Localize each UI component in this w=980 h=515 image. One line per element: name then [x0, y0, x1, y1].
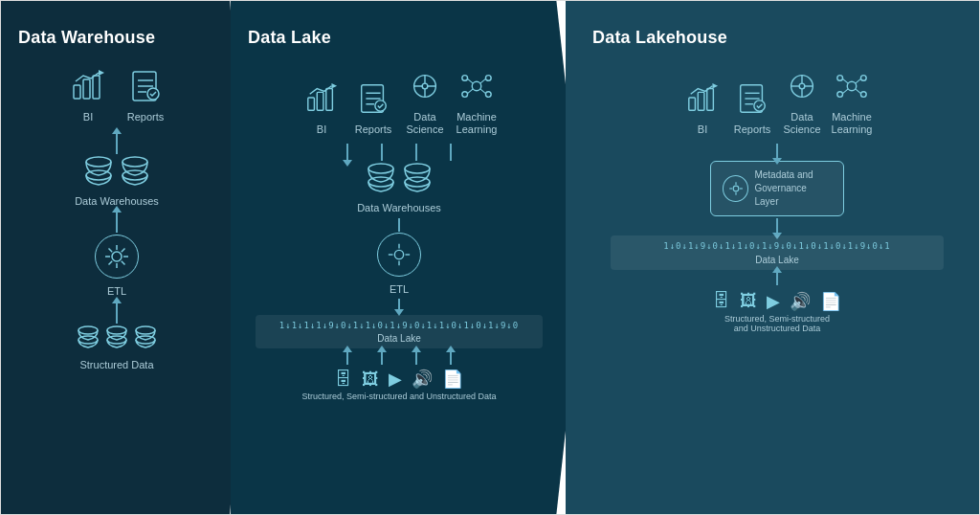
panel-warehouse: Data Warehouse BI: [1, 1, 250, 514]
svg-line-18: [109, 249, 113, 253]
lake-warehouses-label: Data Warehouses: [357, 202, 441, 214]
lake-ml-label: Machine Learning: [457, 111, 498, 136]
bi-label: BI: [83, 111, 93, 123]
lakehouse-wave-label: Data Lake: [614, 255, 939, 265]
svg-line-49: [480, 78, 486, 83]
lake-ml-item: Machine Learning: [456, 65, 498, 136]
lake-source-row: 🗄 🖼 ▶ 🔊 📄: [335, 369, 463, 390]
arrow-3: [116, 302, 118, 324]
svg-line-21: [109, 261, 113, 265]
svg-point-54: [405, 164, 430, 173]
lakehouse-wave-bits: 1↓0↓1↓9↓0↓1↓1↓0↓1↓9↓0↓1↓0↓1↓0↓1↓9↓0↓1: [614, 240, 939, 253]
lake-ml-icon: [456, 65, 498, 107]
db-icon-1: [84, 156, 113, 189]
lake-wave: 1↓1↓1↓1↓9↓0↓1↓1↓0↓1↓9↓0↓1↓1↓0↓1↓0↓1↓9↓0 …: [256, 315, 543, 349]
svg-point-45: [485, 76, 491, 81]
source-audio-icon: 🔊: [412, 369, 433, 390]
svg-point-77: [837, 76, 843, 81]
svg-point-13: [112, 252, 122, 261]
lakehouse-arrow-3: [776, 272, 778, 285]
reports-label: Reports: [127, 111, 165, 123]
main-container: Data Warehouse BI: [0, 0, 980, 515]
structured-data-label: Structured Data: [79, 359, 153, 371]
svg-point-46: [462, 92, 468, 98]
lakehouse-ml-icon: [831, 65, 873, 107]
lake-icon-row: BI Reports: [301, 65, 498, 136]
svg-line-50: [468, 89, 474, 94]
svg-line-51: [480, 89, 486, 94]
lakehouse-reports-icon: [731, 78, 773, 120]
svg-rect-63: [707, 89, 714, 111]
lh-source-image-icon: 🖼: [740, 291, 757, 311]
lake-line-1: [398, 218, 400, 232]
svg-point-52: [368, 164, 393, 173]
lake-warehouses-item: Data Warehouses: [357, 163, 441, 214]
lakehouse-ml-label: Machine Learning: [832, 111, 873, 136]
svg-point-38: [422, 83, 428, 89]
svg-rect-62: [698, 93, 704, 111]
lake-bi-icon: [301, 78, 343, 120]
svg-point-71: [799, 83, 805, 89]
lake-etl-item: ETL: [377, 233, 421, 296]
source-video-icon: ▶: [389, 369, 402, 390]
svg-line-19: [122, 261, 125, 265]
lake-wave-label: Data Lake: [259, 333, 539, 344]
svg-rect-2: [93, 76, 100, 99]
svg-marker-31: [331, 83, 337, 89]
lakehouse-reports-label: Reports: [734, 123, 771, 136]
lakehouse-wave: 1↓0↓1↓9↓0↓1↓1↓0↓1↓9↓0↓1↓0↓1↓0↓1↓9↓0↓1 Da…: [611, 235, 943, 270]
svg-rect-0: [74, 85, 80, 99]
reports-icon-item: Reports: [124, 65, 167, 123]
svg-point-47: [485, 92, 491, 98]
source-image-icon: 🖼: [362, 369, 379, 390]
svg-point-22: [78, 326, 98, 334]
svg-point-56: [394, 250, 403, 258]
svg-point-85: [733, 187, 739, 192]
lakehouse-arrow-2: [776, 218, 778, 234]
metadata-box: Metadata and Governance Layer: [710, 161, 844, 216]
svg-point-24: [107, 326, 126, 334]
warehouse-icon-row: BI Reports: [67, 65, 167, 123]
lake-title: Data Lake: [248, 28, 331, 48]
svg-rect-29: [317, 93, 323, 111]
lh-source-file-icon: 📄: [820, 291, 841, 312]
lakehouse-source-label: Structured, Semi-structured and Unstruct…: [724, 314, 830, 333]
svg-point-11: [122, 157, 147, 167]
lakehouse-bi-item: BI: [681, 78, 724, 136]
bi-icon: [67, 65, 109, 107]
svg-line-81: [843, 78, 849, 83]
svg-point-44: [462, 76, 468, 81]
lakehouse-ml-item: Machine Learning: [831, 65, 873, 136]
svg-point-79: [837, 92, 843, 98]
lh-source-db-icon: 🗄: [713, 291, 730, 311]
lake-source-label: Structured, Semi-structured and Unstruct…: [301, 392, 496, 401]
lakehouse-icon-row: BI Reports: [681, 65, 873, 136]
svg-marker-3: [99, 70, 104, 76]
lake-reports-icon: [352, 78, 394, 120]
data-warehouses-item: Data Warehouses: [75, 156, 159, 208]
lake-etl-icon: [377, 233, 421, 277]
svg-line-84: [856, 89, 861, 94]
svg-rect-61: [689, 98, 696, 110]
svg-line-20: [122, 249, 125, 253]
lake-arrows-1: [346, 144, 452, 161]
svg-line-48: [468, 78, 474, 83]
panel-lakehouse: Data Lakehouse BI: [566, 1, 979, 514]
lake-line-2: [398, 299, 400, 310]
lake-etl-label: ETL: [390, 283, 409, 296]
structured-data-item: Structured Data: [77, 325, 157, 371]
svg-point-78: [860, 76, 866, 81]
svg-rect-30: [326, 89, 333, 111]
lakehouse-ds-label: Data Science: [783, 111, 820, 136]
lakehouse-ds-item: Data Science: [781, 65, 823, 136]
arrow-2: [116, 212, 118, 233]
lake-reports-label: Reports: [355, 123, 392, 136]
lake-ds-label: Data Science: [406, 111, 443, 136]
lakehouse-ds-icon: [781, 65, 823, 107]
lake-reports-item: Reports: [352, 78, 394, 136]
svg-rect-1: [83, 79, 90, 99]
svg-rect-28: [308, 98, 315, 110]
lake-bi-item: BI: [301, 78, 343, 136]
lake-ds-item: Data Science: [404, 65, 446, 136]
source-file-icon: 📄: [442, 369, 463, 390]
